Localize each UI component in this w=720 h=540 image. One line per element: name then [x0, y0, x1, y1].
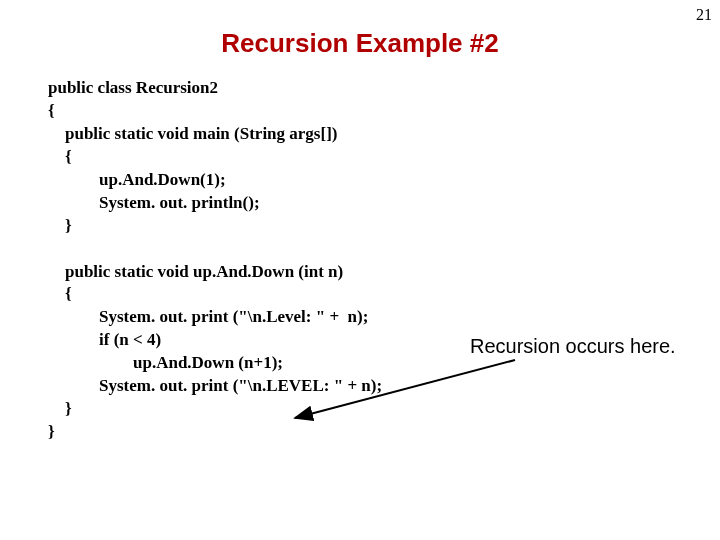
code-line: }: [48, 399, 72, 418]
annotation-text: Recursion occurs here.: [470, 335, 676, 358]
code-line: {: [48, 147, 72, 166]
code-line: up.And.Down (n+1);: [48, 353, 283, 372]
code-line: {: [48, 284, 72, 303]
code-line: public class Recursion2: [48, 78, 218, 97]
code-line: {: [48, 101, 55, 120]
code-line: public static void up.And.Down (int n): [48, 262, 343, 281]
code-line: if (n < 4): [48, 330, 161, 349]
code-line: up.And.Down(1);: [48, 170, 226, 189]
code-line: }: [48, 422, 55, 441]
slide-title: Recursion Example #2: [0, 28, 720, 59]
code-block: public class Recursion2 { public static …: [48, 77, 720, 444]
code-line: System. out. println();: [48, 193, 260, 212]
code-line: System. out. print ("\n.Level: " + n);: [48, 307, 368, 326]
code-line: }: [48, 216, 72, 235]
code-line: public static void main (String args[]): [48, 124, 337, 143]
code-line: System. out. print ("\n.LEVEL: " + n);: [48, 376, 382, 395]
page-number: 21: [696, 6, 712, 24]
